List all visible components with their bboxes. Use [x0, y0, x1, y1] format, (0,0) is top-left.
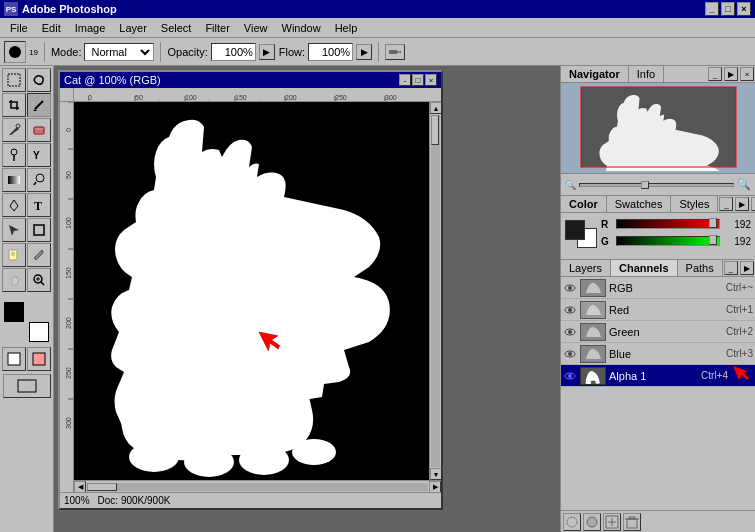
scroll-v-track[interactable] [431, 115, 440, 467]
crop-tool[interactable] [2, 93, 26, 117]
scroll-h-thumb[interactable] [87, 483, 117, 491]
tab-swatches[interactable]: Swatches [607, 196, 672, 212]
tab-color[interactable]: Color [561, 196, 607, 212]
scroll-down-button[interactable]: ▼ [430, 468, 442, 480]
opacity-arrow[interactable]: ▶ [259, 44, 275, 60]
healing-tool[interactable] [27, 93, 51, 117]
clone-stamp-tool[interactable] [2, 143, 26, 167]
menu-filter[interactable]: Filter [199, 20, 235, 36]
hand-tool[interactable] [2, 268, 26, 292]
doc-close-button[interactable]: × [425, 74, 437, 86]
channel-row-rgb[interactable]: RGB Ctrl+~ [561, 277, 755, 299]
tab-paths[interactable]: Paths [678, 260, 723, 276]
scroll-h-track[interactable] [87, 483, 428, 491]
channel-delete-button[interactable] [623, 513, 641, 531]
dodge-tool[interactable] [27, 168, 51, 192]
tab-styles[interactable]: Styles [671, 196, 718, 212]
channel-green-visibility[interactable] [563, 325, 577, 339]
canvas-content[interactable] [74, 102, 429, 492]
flow-arrow[interactable]: ▶ [356, 44, 372, 60]
menu-layer[interactable]: Layer [113, 20, 153, 36]
background-color-swatch[interactable] [29, 322, 49, 342]
g-slider-thumb[interactable] [709, 235, 717, 245]
menu-help[interactable]: Help [329, 20, 364, 36]
channels-content: RGB Ctrl+~ Red Ctrl+1 [561, 277, 755, 510]
rectangular-marquee-tool[interactable] [2, 68, 26, 92]
color-fg-bg[interactable] [565, 220, 597, 248]
app-close-button[interactable]: × [737, 2, 751, 16]
edit-mode-quick-mask[interactable] [27, 347, 51, 371]
tab-channels[interactable]: Channels [611, 260, 678, 276]
mode-select[interactable]: Normal Multiply Screen [84, 43, 154, 61]
channel-alpha-visibility[interactable] [563, 369, 577, 383]
doc-minimize-button[interactable]: - [399, 74, 411, 86]
color-close-button[interactable]: × [751, 197, 755, 211]
opacity-input[interactable] [211, 43, 256, 61]
g-slider[interactable] [616, 236, 720, 246]
layers-menu-button[interactable]: ▶ [740, 261, 754, 275]
scroll-up-button[interactable]: ▲ [430, 102, 442, 114]
lasso-tool[interactable] [27, 68, 51, 92]
navigator-close-button[interactable]: × [740, 67, 754, 81]
menu-window[interactable]: Window [276, 20, 327, 36]
foreground-color-swatch[interactable] [4, 302, 24, 322]
horizontal-scrollbar[interactable]: ◀ ▶ [74, 480, 441, 492]
r-slider[interactable] [616, 219, 720, 229]
eyedropper-tool[interactable] [27, 243, 51, 267]
channel-row-green[interactable]: Green Ctrl+2 [561, 321, 755, 343]
foreground-background-colors[interactable] [2, 302, 51, 342]
scroll-left-button[interactable]: ◀ [74, 481, 86, 493]
doc-maximize-button[interactable]: □ [412, 74, 424, 86]
channel-rgb-visibility[interactable] [563, 281, 577, 295]
tab-info[interactable]: Info [629, 66, 664, 82]
channel-red-visibility[interactable] [563, 303, 577, 317]
text-tool[interactable]: T [27, 193, 51, 217]
navigator-menu-button[interactable]: ▶ [724, 67, 738, 81]
app-maximize-button[interactable]: □ [721, 2, 735, 16]
zoom-tool[interactable] [27, 268, 51, 292]
color-minimize-button[interactable]: _ [719, 197, 733, 211]
airbrush-toggle[interactable] [385, 44, 405, 60]
tab-layers[interactable]: Layers [561, 260, 611, 276]
menu-edit[interactable]: Edit [36, 20, 67, 36]
color-menu-button[interactable]: ▶ [735, 197, 749, 211]
scroll-v-thumb[interactable] [431, 115, 439, 145]
zoom-out-icon[interactable]: 🔍 [565, 180, 576, 190]
scroll-right-button[interactable]: ▶ [429, 481, 441, 493]
channel-blue-visibility[interactable] [563, 347, 577, 361]
path-selection-tool[interactable] [2, 218, 26, 242]
gradient-tool[interactable] [2, 168, 26, 192]
eraser-tool[interactable] [27, 118, 51, 142]
zoom-slider[interactable] [579, 183, 734, 187]
tool-row-4: Y [2, 143, 51, 167]
brush-tool[interactable] [2, 118, 26, 142]
shape-tool[interactable] [27, 218, 51, 242]
menu-file[interactable]: File [4, 20, 34, 36]
history-brush-tool[interactable]: Y [27, 143, 51, 167]
channel-save-selection-button[interactable] [583, 513, 601, 531]
navigator-minimize-button[interactable]: _ [708, 67, 722, 81]
channel-row-alpha1[interactable]: Alpha 1 Ctrl+4 [561, 365, 755, 387]
svg-line-14 [34, 182, 36, 185]
canvas-viewport[interactable]: ◀ ▶ [74, 102, 441, 492]
zoom-in-icon[interactable]: 🔍 [737, 178, 751, 191]
edit-mode-standard[interactable] [2, 347, 26, 371]
pen-tool[interactable] [2, 193, 26, 217]
zoom-slider-thumb[interactable] [641, 181, 649, 189]
tab-navigator[interactable]: Navigator [561, 66, 629, 82]
channel-load-selection-button[interactable] [563, 513, 581, 531]
flow-input[interactable] [308, 43, 353, 61]
notes-tool[interactable] [2, 243, 26, 267]
r-slider-thumb[interactable] [709, 218, 717, 228]
layers-minimize-button[interactable]: _ [724, 261, 738, 275]
menu-select[interactable]: Select [155, 20, 198, 36]
menu-image[interactable]: Image [69, 20, 112, 36]
channel-new-button[interactable] [603, 513, 621, 531]
channel-row-red[interactable]: Red Ctrl+1 [561, 299, 755, 321]
screen-mode-button[interactable] [3, 374, 51, 398]
menu-view[interactable]: View [238, 20, 274, 36]
color-foreground-square[interactable] [565, 220, 585, 240]
vertical-scrollbar[interactable]: ▲ ▼ [429, 102, 441, 480]
app-minimize-button[interactable]: _ [705, 2, 719, 16]
channel-row-blue[interactable]: Blue Ctrl+3 [561, 343, 755, 365]
